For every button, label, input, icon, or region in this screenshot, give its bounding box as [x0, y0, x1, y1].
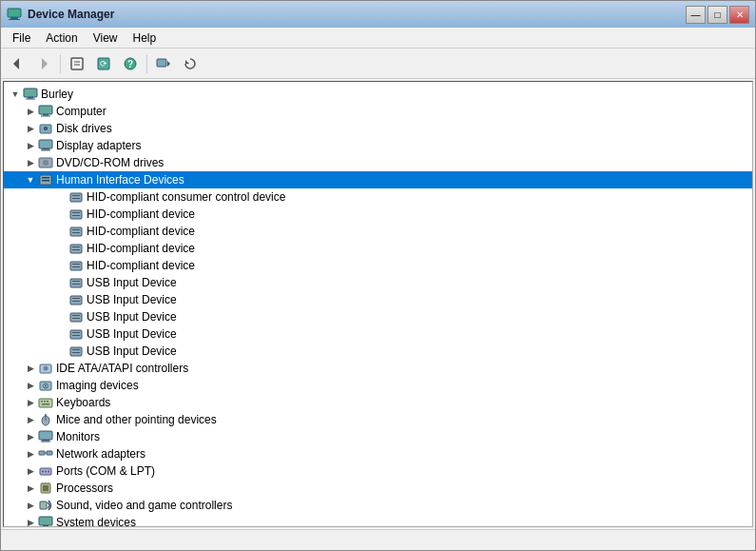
app-icon	[7, 7, 22, 22]
tree-item-ports[interactable]: ▶ Ports (COM & LPT)	[4, 462, 752, 480]
tree-item-system[interactable]: ▶ System devices	[4, 514, 752, 527]
svg-point-75	[45, 414, 47, 416]
label-hid-device-1: HID-compliant device	[87, 207, 195, 221]
icon-disk	[38, 121, 53, 136]
tree-item-usb-1[interactable]: USB Input Device	[4, 274, 752, 291]
tree-item-usb-5[interactable]: USB Input Device	[4, 343, 752, 360]
svg-rect-56	[72, 318, 80, 319]
icon-mice	[38, 412, 53, 427]
svg-rect-57	[70, 330, 82, 339]
svg-rect-68	[39, 399, 52, 407]
label-system: System devices	[56, 516, 136, 527]
expand-ide[interactable]: ▶	[23, 361, 38, 376]
tree-item-burley[interactable]: ▼ Burley	[4, 86, 752, 103]
label-sound: Sound, video and game controllers	[56, 499, 232, 512]
svg-rect-12	[157, 59, 166, 67]
tree-item-computer[interactable]: ▶ Computer	[4, 103, 752, 120]
svg-rect-43	[72, 246, 80, 247]
svg-text:⟳: ⟳	[100, 59, 107, 69]
svg-rect-33	[70, 193, 82, 202]
svg-marker-14	[185, 60, 189, 64]
expand-sound[interactable]: ▶	[23, 498, 38, 513]
label-ports: Ports (COM & LPT)	[56, 464, 155, 478]
tree-panel[interactable]: ▼ Burley ▶	[3, 81, 753, 527]
expand-system[interactable]: ▶	[23, 515, 38, 527]
refresh-button[interactable]	[178, 51, 203, 76]
properties-button[interactable]	[65, 51, 89, 76]
update-driver-button[interactable]: ⟳	[91, 51, 116, 76]
tree-item-usb-3[interactable]: USB Input Device	[4, 308, 752, 325]
tree-item-network[interactable]: ▶ Network adapters	[4, 445, 752, 462]
icon-sound	[38, 498, 53, 513]
expand-network[interactable]: ▶	[23, 446, 38, 462]
svg-rect-92	[39, 517, 52, 525]
svg-point-64	[44, 366, 48, 371]
menu-bar: File Action View Help	[1, 28, 755, 49]
label-hid-device-4: HID-compliant device	[87, 259, 195, 272]
tree-item-hid-device-3[interactable]: HID-compliant device	[4, 240, 752, 257]
menu-help[interactable]: Help	[126, 30, 165, 47]
tree-item-hid-device-2[interactable]: HID-compliant device	[4, 223, 752, 240]
icon-usb-3	[68, 309, 84, 325]
icon-computer	[23, 87, 38, 102]
svg-rect-17	[26, 99, 35, 100]
tree-item-sound[interactable]: ▶ Sound, video and game controllers	[4, 497, 752, 514]
menu-file[interactable]: File	[5, 30, 38, 47]
help-button[interactable]: ?	[118, 51, 143, 76]
back-button[interactable]	[5, 51, 29, 76]
tree-item-usb-2[interactable]: USB Input Device	[4, 291, 752, 308]
expand-computer[interactable]: ▶	[23, 104, 38, 119]
menu-action[interactable]: Action	[38, 30, 85, 47]
svg-rect-77	[42, 440, 49, 442]
expand-imaging[interactable]: ▶	[23, 378, 38, 393]
toolbar-separator-2	[146, 54, 147, 73]
tree-item-hid-device-1[interactable]: HID-compliant device	[4, 206, 752, 223]
label-hid: Human Interface Devices	[56, 173, 184, 187]
svg-rect-69	[41, 401, 43, 403]
expand-disk[interactable]: ▶	[23, 121, 38, 136]
icon-computer-node	[38, 104, 53, 119]
expand-mice[interactable]: ▶	[23, 412, 38, 427]
label-display-adapters: Display adapters	[56, 139, 141, 152]
tree-item-ide[interactable]: ▶ IDE ATA/ATAPI controllers	[4, 360, 752, 377]
tree-item-display-adapters[interactable]: ▶ Display adapters	[4, 137, 752, 154]
icon-hid-device-1	[68, 207, 84, 222]
tree-item-processors[interactable]: ▶ Processors	[4, 480, 752, 497]
expand-display[interactable]: ▶	[23, 138, 38, 153]
expand-hid[interactable]: ▼	[23, 172, 38, 187]
svg-rect-87	[43, 485, 48, 491]
expand-dvd[interactable]: ▶	[23, 155, 38, 170]
svg-rect-78	[41, 442, 50, 443]
close-button[interactable]: ✕	[729, 6, 749, 24]
expand-processors[interactable]: ▶	[23, 481, 38, 496]
title-bar-left: Device Manager	[7, 7, 114, 22]
tree-item-hid-consumer[interactable]: HID-compliant consumer control device	[4, 188, 752, 206]
svg-rect-18	[39, 106, 52, 114]
tree-item-dvd[interactable]: ▶ DVD/CD-ROM drives	[4, 154, 752, 171]
tree-item-imaging[interactable]: ▶ Imaging devices	[4, 377, 752, 394]
tree-item-mice[interactable]: ▶ Mice and other pointing devices	[4, 411, 752, 428]
expand-keyboards[interactable]: ▶	[23, 395, 38, 410]
maximize-button[interactable]: □	[708, 6, 727, 24]
expand-monitors[interactable]: ▶	[23, 429, 38, 444]
tree-item-hid-device-4[interactable]: HID-compliant device	[4, 257, 752, 274]
forward-button[interactable]	[31, 51, 56, 76]
label-hid-device-3: HID-compliant device	[87, 242, 195, 255]
tree-item-keyboards[interactable]: ▶ Keyboards	[4, 394, 752, 411]
tree-item-monitors[interactable]: ▶ Monitors	[4, 428, 752, 445]
scan-changes-button[interactable]	[151, 51, 176, 76]
svg-rect-40	[72, 229, 80, 230]
tree-item-usb-4[interactable]: USB Input Device	[4, 325, 752, 343]
tree-item-hid[interactable]: ▼ Human Interface Devices	[4, 171, 752, 188]
icon-processors	[38, 481, 53, 496]
main-content: ▼ Burley ▶	[1, 79, 755, 529]
tree-item-disk-drives[interactable]: ▶ Disk drives	[4, 120, 752, 137]
device-manager-window: Device Manager — □ ✕ File Action View He…	[0, 0, 756, 551]
expand-ports[interactable]: ▶	[23, 463, 38, 479]
icon-keyboards	[38, 395, 53, 410]
minimize-button[interactable]: —	[686, 6, 706, 24]
svg-rect-26	[41, 150, 50, 151]
menu-view[interactable]: View	[86, 30, 126, 47]
expand-burley[interactable]: ▼	[8, 87, 23, 102]
svg-rect-39	[70, 227, 82, 236]
